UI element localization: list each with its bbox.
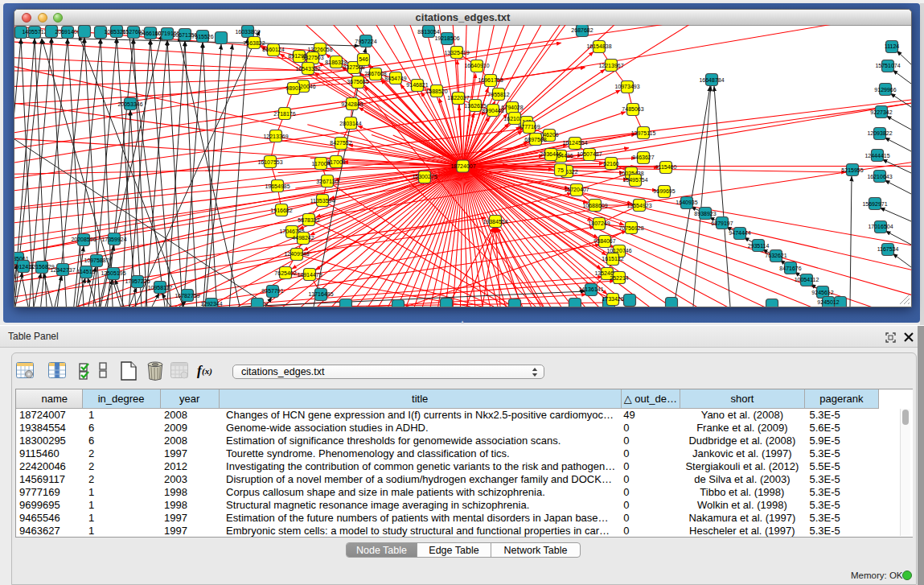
- svg-text:13716485: 13716485: [308, 291, 333, 297]
- svg-text:10975887: 10975887: [84, 257, 109, 263]
- svg-text:8938923: 8938923: [694, 211, 716, 216]
- svg-text:1916682: 1916682: [270, 208, 292, 213]
- svg-text:12213967: 12213967: [598, 63, 623, 68]
- svg-text:16961758: 16961758: [478, 77, 503, 83]
- svg-text:1807249: 1807249: [588, 220, 610, 226]
- svg-text:252214: 252214: [610, 275, 628, 281]
- svg-text:16782759: 16782759: [175, 293, 199, 299]
- svg-text:1822037: 1822037: [447, 95, 469, 101]
- svg-text:9474444: 9474444: [729, 230, 750, 236]
- svg-text:7957224: 7957224: [355, 39, 376, 44]
- svg-text:1588520: 1588520: [425, 89, 447, 94]
- svg-text:16640910: 16640910: [464, 63, 489, 68]
- svg-text:10958117: 10958117: [148, 285, 173, 290]
- svg-text:2036446: 2036446: [540, 151, 561, 157]
- svg-text:14914479: 14914479: [297, 272, 322, 278]
- svg-text:12093822: 12093822: [867, 130, 892, 136]
- svg-text:1733426: 1733426: [602, 296, 623, 302]
- svg-text:15495754: 15495754: [622, 177, 647, 183]
- svg-text:5878332: 5878332: [298, 217, 319, 223]
- svg-text:114519: 114519: [77, 269, 96, 274]
- svg-text:8427552: 8427552: [330, 140, 351, 146]
- svg-text:12444415: 12444415: [864, 153, 889, 159]
- svg-text:9146821: 9146821: [406, 82, 428, 88]
- svg-text:7955812: 7955812: [487, 92, 509, 97]
- svg-text:9457791: 9457791: [261, 288, 283, 294]
- svg-text:6794028: 6794028: [501, 105, 523, 110]
- svg-text:16154838: 16154838: [586, 43, 611, 49]
- svg-text:17016504: 17016504: [868, 224, 893, 229]
- svg-text:1167534: 1167534: [877, 246, 899, 252]
- svg-text:20691406: 20691406: [55, 29, 80, 35]
- svg-text:16648784: 16648784: [699, 77, 724, 83]
- svg-text:15692971: 15692971: [862, 201, 887, 207]
- svg-text:6897568: 6897568: [524, 137, 546, 142]
- svg-text:2718176: 2718176: [273, 111, 295, 117]
- svg-text:75: 75: [557, 167, 564, 173]
- svg-text:7515526: 7515526: [191, 34, 213, 39]
- svg-text:7632621: 7632621: [765, 253, 786, 258]
- svg-text:8471676: 8471676: [779, 266, 801, 271]
- svg-text:12505195: 12505195: [101, 270, 125, 276]
- svg-text:9384067: 9384067: [593, 238, 615, 244]
- svg-text:16107553: 16107553: [257, 159, 282, 165]
- svg-text:20053346: 20053346: [117, 101, 142, 107]
- svg-text:16124554: 16124554: [562, 140, 587, 146]
- svg-text:546: 546: [359, 56, 368, 62]
- svg-text:15300275: 15300275: [412, 174, 437, 179]
- svg-text:4498242: 4498242: [292, 235, 314, 241]
- svg-text:9115460: 9115460: [655, 164, 677, 170]
- svg-text:2687682: 2687682: [571, 27, 593, 33]
- svg-text:9463627: 9463627: [632, 154, 654, 160]
- svg-text:17359924: 17359924: [101, 237, 126, 242]
- svg-text:15720407: 15720407: [564, 187, 589, 192]
- svg-text:7485063: 7485063: [622, 106, 643, 112]
- svg-text:17957225: 17957225: [125, 278, 150, 284]
- svg-text:62160: 62160: [603, 161, 619, 167]
- svg-text:9699695: 9699695: [653, 188, 675, 194]
- svg-text:1292344: 1292344: [200, 301, 222, 307]
- svg-text:8454749: 8454749: [384, 76, 406, 81]
- svg-text:6879197: 6879197: [711, 220, 733, 226]
- svg-text:19654985: 19654985: [265, 183, 290, 189]
- svg-text:2935114: 2935114: [748, 243, 770, 249]
- svg-text:3675685: 3675685: [347, 79, 368, 84]
- svg-text:19218506: 19218506: [434, 35, 459, 41]
- svg-text:9227342: 9227342: [870, 109, 892, 115]
- svg-text:9129966: 9129966: [874, 87, 896, 93]
- svg-text:16033809: 16033809: [235, 29, 260, 35]
- svg-text:18724007: 18724007: [450, 163, 475, 169]
- svg-text:12409948: 12409948: [284, 251, 309, 257]
- svg-text:9245612: 9245612: [811, 290, 833, 295]
- svg-text:9327503: 9327503: [302, 55, 323, 60]
- svg-text:15751074: 15751074: [875, 63, 900, 68]
- svg-text:13325419: 13325419: [444, 50, 469, 56]
- svg-text:11353594: 11353594: [310, 198, 335, 204]
- svg-text:10507487: 10507487: [577, 151, 602, 157]
- svg-text:10688609: 10688609: [582, 203, 607, 208]
- svg-text:1615132: 1615132: [602, 256, 623, 262]
- svg-text:9242848: 9242848: [341, 101, 363, 107]
- svg-text:20208596: 20208596: [71, 237, 96, 242]
- svg-text:8813054: 8813054: [417, 29, 439, 35]
- svg-text:9777169: 9777169: [518, 124, 540, 130]
- svg-text:16543382: 16543382: [295, 66, 320, 72]
- svg-text:14136141: 14136141: [578, 286, 603, 292]
- svg-text:7663822: 7663822: [243, 40, 265, 46]
- svg-text:14055712: 14055712: [22, 29, 47, 35]
- svg-text:10054112: 10054112: [795, 277, 819, 282]
- svg-text:9245012: 9245012: [817, 299, 839, 305]
- svg-text:13554923: 13554923: [626, 203, 651, 208]
- svg-text:7625402: 7625402: [274, 270, 296, 276]
- svg-text:70756928: 70756928: [618, 225, 643, 231]
- svg-text:(x): (x): [202, 366, 212, 377]
- svg-text:12342737: 12342737: [50, 267, 75, 273]
- svg-text:8660124: 8660124: [262, 47, 284, 52]
- svg-text:5215955: 5215955: [841, 167, 863, 173]
- svg-text:98901: 98901: [285, 85, 302, 91]
- svg-text:11124: 11124: [885, 43, 900, 49]
- svg-text:117004: 117004: [312, 161, 331, 167]
- svg-text:3267130: 3267130: [316, 179, 338, 184]
- svg-text:2803144: 2803144: [339, 121, 361, 126]
- svg-text:16210643: 16210643: [867, 174, 892, 179]
